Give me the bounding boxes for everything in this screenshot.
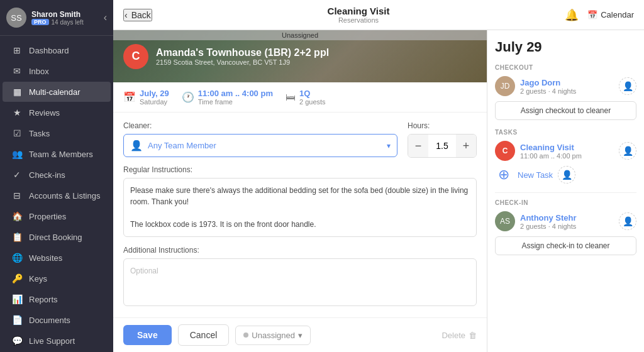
checkout-guest-info: Jago Dorn 2 guests · 4 nights (520, 78, 614, 95)
calendar-view-button[interactable]: 📅 Calendar (587, 10, 634, 19)
days-left: 14 days left (52, 19, 84, 26)
direct-booking-icon: 📋 (11, 232, 23, 242)
date-icon: 📅 (123, 91, 136, 103)
sidebar-item-properties[interactable]: 🏠 Properties (3, 206, 111, 226)
sidebar-item-multi-calendar[interactable]: ▦ Multi-calendar (3, 82, 111, 102)
cleaner-group: Cleaner: 👤 Any Team Member ▾ (123, 121, 397, 157)
sidebar-header: SS Sharon Smith PRO 14 days left ‹ (0, 0, 113, 36)
new-task-assign-button[interactable]: 👤 (558, 166, 575, 184)
sidebar-item-inbox[interactable]: ✉ Inbox (3, 61, 111, 81)
checkout-section-title: CHECKOUT (495, 64, 636, 71)
booking-guests: 🛏 1Q 2 guests (286, 89, 326, 106)
cleaning-task-name: Cleaning Visit (520, 143, 614, 152)
sidebar-item-label: Dashboard (29, 46, 69, 55)
guests-label: 1Q (299, 89, 326, 98)
checkin-guest-card: AS Anthony Stehr 2 guests · 4 nights 👤 (495, 211, 636, 231)
cleaning-task-avatar: C (495, 141, 515, 161)
delete-button[interactable]: Delete 🗑 (441, 331, 477, 340)
tasks-icon: ☑ (11, 128, 23, 138)
person-icon: 👤 (130, 140, 143, 151)
hours-increment-button[interactable]: + (456, 135, 476, 157)
cancel-button[interactable]: Cancel (178, 324, 230, 346)
section-divider (495, 192, 636, 193)
sidebar-item-label: Check-ins (29, 170, 65, 180)
team-icon: 👥 (11, 149, 23, 159)
notification-bell-button[interactable]: 🔔 (565, 8, 579, 22)
checkins-icon: ✓ (11, 170, 23, 180)
back-chevron-icon: ‹ (125, 10, 128, 20)
property-name: Amanda's Townhouse (1BR) 2+2 ppl (156, 47, 329, 58)
sidebar-item-label: Tasks (29, 129, 50, 138)
new-task-item[interactable]: ⊕ New Task 👤 (495, 166, 636, 184)
reports-icon: 📊 (11, 294, 23, 304)
assign-checkout-button[interactable]: Assign checkout to cleaner (495, 101, 636, 120)
hours-label: Hours: (408, 121, 477, 130)
tasks-section-title: TASKS (495, 129, 636, 136)
topbar-title: Cleaning Visit Reservations (328, 6, 390, 24)
accounts-icon: ⊟ (11, 190, 23, 201)
cleaner-label: Cleaner: (123, 121, 397, 130)
sidebar-item-label: Documents (29, 316, 70, 325)
pro-badge: PRO (31, 19, 49, 25)
sidebar-item-reports[interactable]: 📊 Reports (3, 289, 111, 309)
checkin-section-title: CHECK-IN (495, 199, 636, 206)
new-task-label: New Task (518, 170, 553, 180)
calendar-label: Calendar (601, 10, 634, 19)
checkin-guest-info: Anthony Stehr 2 guests · 4 nights (520, 213, 614, 230)
sidebar-item-label: Live Support (29, 336, 75, 346)
hours-value: 1.5 (428, 137, 456, 155)
cleaner-select[interactable]: 👤 Any Team Member ▾ (123, 134, 397, 157)
day-label: Saturday (140, 98, 169, 106)
save-button[interactable]: Save (123, 325, 172, 345)
clock-icon: 🕐 (182, 91, 194, 103)
topbar-title-main: Cleaning Visit (328, 6, 390, 16)
assign-checkin-button[interactable]: Assign check-in to cleaner (495, 236, 636, 255)
sidebar-item-live-support[interactable]: 💬 Live Support (3, 331, 111, 351)
time-label: 11:00 am .. 4:00 pm (198, 89, 273, 98)
unassigned-banner: Unassigned (113, 30, 487, 40)
task-assign-person-button[interactable]: 👤 (619, 142, 636, 160)
center-panel: Unassigned C Amanda's Townhouse (1BR) 2+… (113, 30, 487, 352)
sidebar-item-keys[interactable]: 🔑 Keys (3, 268, 111, 289)
sidebar-item-websites[interactable]: 🌐 Websites (3, 248, 111, 268)
additional-instructions-textarea[interactable] (123, 258, 477, 306)
checkout-assign-person-button[interactable]: 👤 (619, 77, 636, 95)
booking-details: 📅 July, 29 Saturday 🕐 11:00 am .. 4:00 p… (113, 82, 487, 113)
sidebar-item-checkins[interactable]: ✓ Check-ins (3, 165, 111, 185)
hours-decrement-button[interactable]: − (408, 135, 428, 157)
cleaner-select-text: Any Team Member (148, 141, 382, 150)
delete-label: Delete (441, 331, 465, 340)
checkout-guest-card: JD Jago Dorn 2 guests · 4 nights 👤 (495, 76, 636, 96)
keys-icon: 🔑 (11, 273, 23, 283)
sidebar-item-dashboard[interactable]: ⊞ Dashboard (3, 40, 111, 60)
sidebar-item-reviews[interactable]: ★ Reviews (3, 102, 111, 123)
cleaner-row: Cleaner: 👤 Any Team Member ▾ Hours: − 1.… (123, 121, 477, 158)
collapse-button[interactable]: ‹ (104, 12, 107, 23)
person-icon: 👤 (562, 170, 572, 180)
sidebar-item-accounts[interactable]: ⊟ Accounts & Listings (3, 185, 111, 206)
inbox-icon: ✉ (11, 66, 23, 76)
documents-icon: 📄 (11, 315, 23, 325)
sidebar-item-tasks[interactable]: ☑ Tasks (3, 123, 111, 143)
checkin-guest-avatar: AS (495, 211, 515, 231)
checkin-assign-person-button[interactable]: 👤 (619, 212, 636, 230)
sidebar-item-label: Multi-calendar (29, 87, 80, 97)
properties-icon: 🏠 (11, 211, 23, 221)
chevron-down-icon: ▾ (387, 141, 391, 150)
unassigned-button[interactable]: Unassigned ▾ (235, 326, 311, 345)
right-panel: July 29 CHECKOUT JD Jago Dorn 2 guests ·… (487, 30, 644, 352)
instructions-textarea[interactable]: Please make sure there's always the addi… (123, 178, 477, 237)
property-banner: Unassigned C Amanda's Townhouse (1BR) 2+… (113, 30, 487, 82)
sidebar-item-documents[interactable]: 📄 Documents (3, 310, 111, 330)
checkout-guest-meta: 2 guests · 4 nights (520, 87, 614, 95)
add-task-button[interactable]: ⊕ (495, 166, 513, 184)
additional-instructions-label: Additional Instructions: (123, 246, 477, 255)
checkout-guest-avatar: JD (495, 76, 515, 96)
sidebar-item-direct-booking[interactable]: 📋 Direct Booking (3, 227, 111, 247)
calendar-icon: ▦ (11, 87, 23, 97)
back-button[interactable]: ‹ Back (123, 9, 152, 21)
property-address: 2159 Scotia Street, Vancouver, BC V5T 1J… (156, 58, 329, 66)
topbar-actions: 🔔 📅 Calendar (565, 8, 634, 22)
panel-date: July 29 (495, 39, 636, 55)
sidebar-item-team[interactable]: 👥 Team & Members (3, 144, 111, 164)
